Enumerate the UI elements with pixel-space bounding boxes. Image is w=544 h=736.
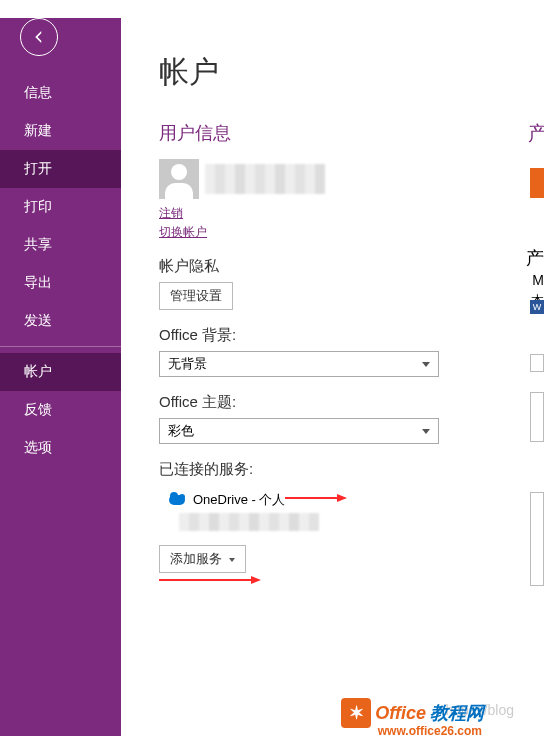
- sidebar-divider: [0, 346, 121, 347]
- privacy-label: 帐户隐私: [159, 257, 544, 276]
- theme-label: Office 主题:: [159, 393, 544, 412]
- back-button[interactable]: [20, 18, 58, 56]
- logo-office: Office: [375, 703, 426, 724]
- product-header-cut: 产: [528, 120, 544, 147]
- service-account-redacted: [179, 513, 319, 531]
- annotation-arrow-icon: [159, 579, 259, 581]
- backstage-sidebar: 信息 新建 打开 打印 共享 导出 发送 帐户 反馈 选项: [0, 0, 121, 736]
- user-name-redacted: [205, 164, 325, 194]
- m-cut: M: [532, 272, 544, 288]
- product-cut2: 产: [526, 246, 544, 270]
- theme-select[interactable]: 彩色: [159, 418, 439, 444]
- sidebar-item-share[interactable]: 共享: [0, 226, 121, 264]
- cut-box-1: [530, 392, 544, 442]
- word-icon: W: [530, 300, 544, 314]
- sidebar-item-account[interactable]: 帐户: [0, 353, 121, 391]
- sidebar-item-feedback[interactable]: 反馈: [0, 391, 121, 429]
- cut-box-2: [530, 492, 544, 586]
- service-onedrive-label: OneDrive - 个人: [193, 491, 285, 509]
- background-label: Office 背景:: [159, 326, 544, 345]
- chevron-down-icon: [422, 362, 430, 367]
- right-cutoff: 产: [528, 120, 544, 147]
- sidebar-item-new[interactable]: 新建: [0, 112, 121, 150]
- sidebar-item-print[interactable]: 打印: [0, 188, 121, 226]
- sidebar-item-open[interactable]: 打开: [0, 150, 121, 188]
- cut-button[interactable]: [530, 354, 544, 372]
- add-service-button[interactable]: 添加服务: [159, 545, 246, 573]
- annotation-arrow-icon: [285, 497, 345, 499]
- background-value: 无背景: [168, 355, 207, 373]
- switch-account-link[interactable]: 切换帐户: [159, 224, 207, 241]
- background-select[interactable]: 无背景: [159, 351, 439, 377]
- service-onedrive[interactable]: OneDrive - 个人: [169, 491, 285, 509]
- product-icon-cut: [530, 168, 544, 198]
- add-service-label: 添加服务: [170, 551, 222, 566]
- office-logo-icon: ✶: [341, 698, 371, 728]
- user-info-header: 用户信息: [159, 121, 544, 145]
- sign-out-link[interactable]: 注销: [159, 205, 183, 222]
- user-row: [159, 159, 544, 199]
- sidebar-item-options[interactable]: 选项: [0, 429, 121, 467]
- chevron-down-icon: [229, 558, 235, 562]
- onedrive-icon: [169, 495, 185, 505]
- services-label: 已连接的服务:: [159, 460, 544, 479]
- main-panel: 帐户 用户信息 注销 切换帐户 帐户隐私 管理设置 Office 背景: 无背景…: [121, 0, 544, 736]
- sidebar-item-info[interactable]: 信息: [0, 74, 121, 112]
- chevron-down-icon: [422, 429, 430, 434]
- avatar: [159, 159, 199, 199]
- manage-settings-button[interactable]: 管理设置: [159, 282, 233, 310]
- theme-value: 彩色: [168, 422, 194, 440]
- logo-cn: 教程网: [430, 701, 484, 725]
- page-title: 帐户: [159, 52, 544, 93]
- sidebar-item-send[interactable]: 发送: [0, 302, 121, 340]
- logo-url: www.office26.com: [378, 724, 482, 736]
- sidebar-item-export[interactable]: 导出: [0, 264, 121, 302]
- arrow-left-icon: [30, 28, 48, 46]
